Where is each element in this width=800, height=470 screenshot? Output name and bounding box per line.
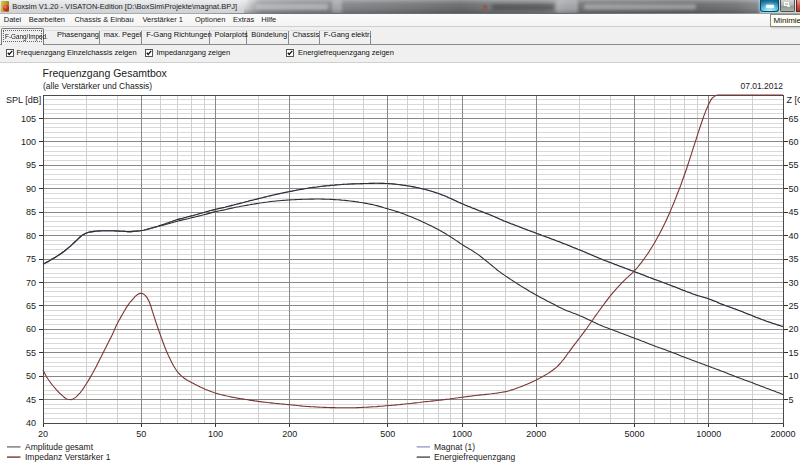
svg-text:45: 45 [789,207,799,217]
svg-text:15: 15 [789,348,799,358]
svg-text:90: 90 [26,184,36,194]
svg-text:07.01.2012: 07.01.2012 [740,81,783,91]
svg-text:10: 10 [789,371,799,381]
svg-text:70: 70 [26,278,36,288]
svg-text:100: 100 [208,429,223,439]
svg-text:SPL [dB]: SPL [dB] [6,95,41,105]
svg-text:Magnat (1): Magnat (1) [434,442,475,452]
svg-text:5000: 5000 [624,429,644,439]
svg-text:1000: 1000 [452,429,472,439]
svg-text:40: 40 [789,231,799,241]
svg-text:Frequenzgang Gesamtbox: Frequenzgang Gesamtbox [43,67,168,79]
svg-text:200: 200 [282,429,297,439]
svg-text:Z [Ohm]: Z [Ohm] [787,95,800,105]
svg-text:(alle Verstärker und Chassis): (alle Verstärker und Chassis) [43,81,152,91]
svg-text:35: 35 [789,254,799,264]
svg-text:55: 55 [26,348,36,358]
svg-text:65: 65 [26,301,36,311]
svg-text:50: 50 [26,371,36,381]
svg-text:20000: 20000 [770,429,795,439]
svg-text:45: 45 [26,395,36,405]
svg-text:75: 75 [26,254,36,264]
svg-text:20: 20 [38,429,48,439]
svg-text:50: 50 [789,184,799,194]
svg-text:500: 500 [380,429,395,439]
svg-text:80: 80 [26,231,36,241]
svg-text:5: 5 [789,395,794,405]
svg-text:40: 40 [26,418,36,428]
svg-text:100: 100 [21,137,36,147]
svg-text:95: 95 [26,160,36,170]
svg-text:2000: 2000 [526,429,546,439]
svg-text:85: 85 [26,207,36,217]
svg-text:60: 60 [789,137,799,147]
svg-text:Energiefrequenzgang: Energiefrequenzgang [434,452,516,462]
svg-text:60: 60 [26,324,36,334]
svg-text:Amplitude gesamt: Amplitude gesamt [25,442,94,452]
svg-text:25: 25 [789,301,799,311]
svg-text:20: 20 [789,324,799,334]
svg-text:10000: 10000 [696,429,721,439]
svg-text:65: 65 [789,114,799,124]
svg-text:50: 50 [136,429,146,439]
svg-text:Impedanz Verstärker 1: Impedanz Verstärker 1 [25,452,111,462]
svg-text:30: 30 [789,278,799,288]
svg-text:105: 105 [21,114,36,124]
svg-text:55: 55 [789,160,799,170]
